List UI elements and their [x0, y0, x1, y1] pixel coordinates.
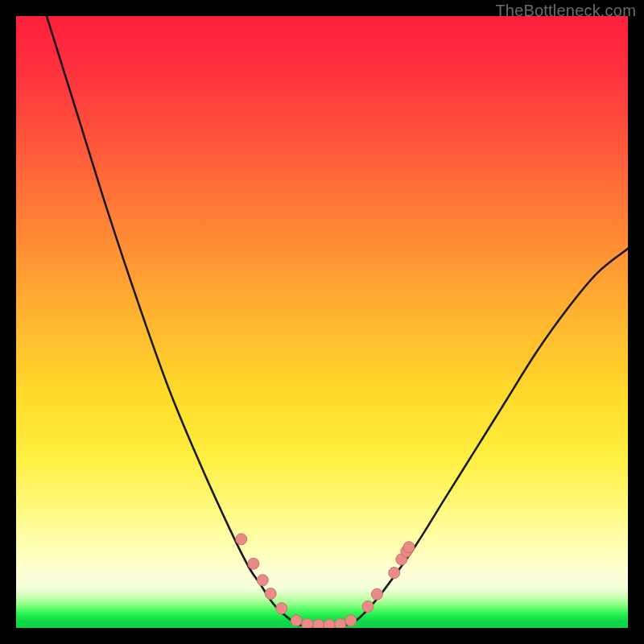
gradient-background [16, 16, 628, 628]
chart-stage: TheBottleneck.com [0, 0, 644, 644]
plot-area [16, 16, 628, 628]
